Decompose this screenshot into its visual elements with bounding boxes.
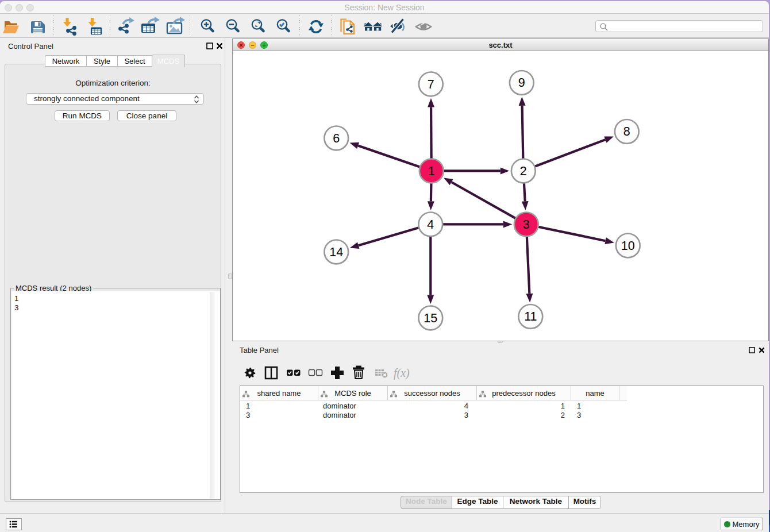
svg-text:15: 15 xyxy=(424,311,437,325)
svg-text:11: 11 xyxy=(524,310,537,324)
svg-text:10: 10 xyxy=(621,239,635,253)
svg-text:f(x): f(x) xyxy=(394,367,410,380)
svg-text:4: 4 xyxy=(427,218,434,232)
svg-text:3: 3 xyxy=(523,218,530,232)
svg-text:7: 7 xyxy=(428,78,434,91)
svg-text:1: 1 xyxy=(428,164,435,178)
svg-text:8: 8 xyxy=(623,125,630,139)
svg-text:9: 9 xyxy=(518,76,525,90)
svg-text:6: 6 xyxy=(333,132,340,145)
svg-text:14: 14 xyxy=(329,245,343,259)
svg-text:2: 2 xyxy=(520,164,527,178)
